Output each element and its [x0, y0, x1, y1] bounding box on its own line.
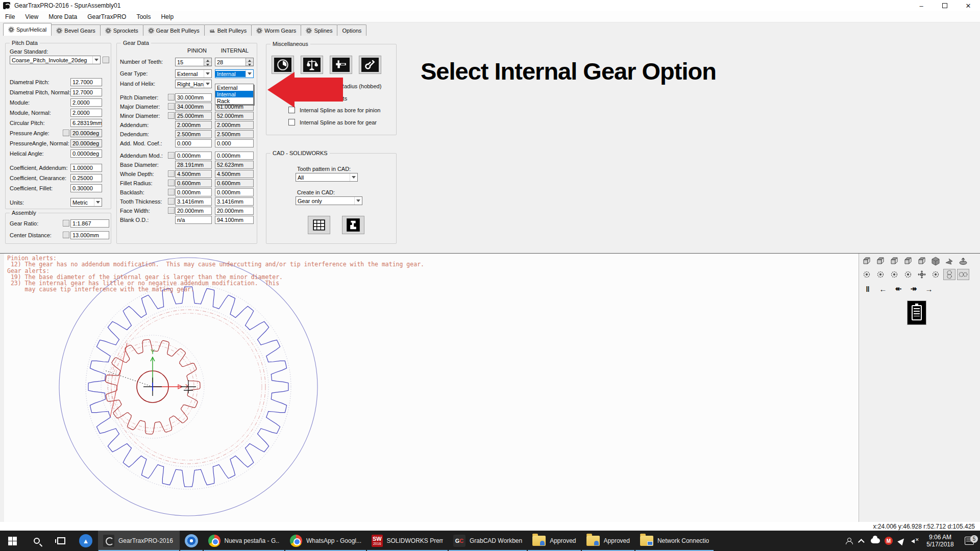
- field-module[interactable]: 2.0000: [70, 98, 102, 107]
- dropdown-option-internal[interactable]: Internal: [215, 91, 253, 97]
- spinner-buttons[interactable]: [246, 58, 253, 66]
- internal-field-face-width[interactable]: 20.000mm: [215, 207, 254, 215]
- spin-up-icon[interactable]: [204, 58, 211, 62]
- gear-measure-button[interactable]: [272, 56, 294, 74]
- field-diametral-pitch[interactable]: 12.7000: [70, 78, 102, 86]
- minimize-button[interactable]: –: [910, 0, 933, 11]
- gear-height-button[interactable]: [888, 269, 900, 280]
- tray-onedrive-cloud-button[interactable]: [869, 538, 882, 543]
- maximize-button[interactable]: [933, 0, 957, 11]
- view-cube-back-button[interactable]: [916, 256, 928, 267]
- dropdown-option-rack[interactable]: Rack: [215, 97, 253, 104]
- pinion-field-minor-diameter[interactable]: 25.000mm: [175, 112, 212, 120]
- internal-gear-type-combo[interactable]: Internal: [215, 69, 254, 78]
- gear-standard-options-button[interactable]: [103, 57, 109, 63]
- action-center-button[interactable]: 5: [959, 537, 980, 545]
- pinion-field-addendum-mod[interactable]: 0.000mm: [175, 152, 212, 160]
- option-button-tooth-thickness[interactable]: [168, 198, 175, 205]
- pinion-field-pitch-diameter[interactable]: 30.000mm: [175, 93, 212, 102]
- dropdown-option-external[interactable]: External: [215, 84, 253, 91]
- view-cube-solid-button[interactable]: [929, 256, 942, 267]
- field-pressureangle-normal[interactable]: 20.000deg: [70, 139, 102, 147]
- option-button-gear-ratio[interactable]: [63, 220, 69, 227]
- internal-field-addendum-mod[interactable]: 0.000mm: [215, 152, 254, 160]
- option-button-pitch-diameter[interactable]: [168, 94, 175, 101]
- internal-field-backlash[interactable]: 0.000mm: [215, 188, 254, 196]
- option-button-fillet-radius[interactable]: [168, 180, 175, 186]
- tray-people-button[interactable]: [842, 538, 855, 544]
- tray-chevron-up-button[interactable]: [855, 539, 869, 543]
- pinion-field-addendum[interactable]: 2.000mm: [175, 121, 212, 129]
- cloud-backup-button[interactable]: ▲: [74, 531, 98, 551]
- view-bird-button[interactable]: [943, 256, 955, 267]
- gear-pair-button[interactable]: [957, 269, 969, 280]
- spinner-buttons[interactable]: [204, 58, 211, 66]
- spin-down-icon[interactable]: [246, 62, 253, 66]
- pan-button[interactable]: [916, 269, 928, 280]
- pinion-field-fillet-radius[interactable]: 0.600mm: [175, 179, 212, 187]
- two-gears-button[interactable]: [943, 269, 955, 280]
- option-button-center-distance[interactable]: [63, 232, 69, 238]
- menu-geartraxpro[interactable]: GearTraxPRO: [82, 11, 131, 22]
- gear-rotate-button[interactable]: [902, 269, 914, 280]
- option-button-addendum-mod[interactable]: [168, 152, 175, 159]
- checkbox-full-fillet-radius-hobbed[interactable]: [305, 83, 311, 89]
- option-button-whole-depth[interactable]: [168, 170, 175, 177]
- step-back-button[interactable]: ←: [877, 284, 889, 293]
- taskbar-app-approved[interactable]: Approved: [527, 531, 581, 551]
- internal-field-base-diameter[interactable]: 52.623mm: [215, 161, 254, 169]
- taskbar-app-approved[interactable]: Approved: [581, 531, 635, 551]
- pinion-field-backlash[interactable]: 0.000mm: [175, 188, 212, 196]
- field-module-normal[interactable]: 2.0000: [70, 109, 102, 117]
- pinion-gear-type-combo[interactable]: External: [175, 69, 212, 78]
- pause-button[interactable]: ‖: [862, 284, 873, 293]
- taskbar-search-button[interactable]: [24, 531, 49, 551]
- taskbar-app-whatsapp-googl[interactable]: WhatsApp - Googl...: [285, 531, 366, 551]
- taskbar-app-grabcad-workben[interactable]: GCGrabCAD Workben: [448, 531, 527, 551]
- design-table-button[interactable]: [308, 216, 330, 234]
- gear-drawing-area[interactable]: YX Pinion alerts: 12) The gear has no ad…: [4, 254, 859, 522]
- view-top-button[interactable]: [957, 256, 969, 267]
- tray-paper-plane-button[interactable]: [895, 538, 909, 544]
- solidworks-create-button[interactable]: [342, 216, 364, 234]
- option-button-major-diameter[interactable]: [168, 103, 175, 110]
- spin-up-icon[interactable]: [246, 58, 253, 62]
- fast-back-button[interactable]: ↞: [893, 284, 904, 293]
- pinion-field-face-width[interactable]: 20.000mm: [175, 207, 212, 215]
- spin-gear-button[interactable]: [929, 269, 942, 280]
- pinion-number-of-teeth-spinner[interactable]: 15: [175, 58, 212, 66]
- tab-options[interactable]: Options: [337, 24, 366, 36]
- field-coefficient-clearance[interactable]: 0.25000: [70, 174, 102, 182]
- option-button-face-width[interactable]: [168, 207, 175, 214]
- menu-help[interactable]: Help: [156, 11, 179, 22]
- start-button[interactable]: [0, 531, 24, 551]
- option-button-minor-diameter[interactable]: [168, 112, 175, 119]
- zoom-area-button[interactable]: [874, 269, 887, 280]
- hook-wrench-button[interactable]: [359, 56, 381, 74]
- view-cube-right-button[interactable]: [902, 256, 914, 267]
- field-center-distance[interactable]: 13.000mm: [70, 231, 109, 239]
- field-gear-ratio[interactable]: 1:1.867: [70, 219, 109, 228]
- tab-belt-pulleys[interactable]: Belt Pulleys: [204, 24, 252, 36]
- checkbox-joined-parts[interactable]: [305, 95, 311, 102]
- tray-gmail-m-button[interactable]: M: [882, 537, 895, 545]
- checkbox-internal-spline-as-bore-for-gear[interactable]: [288, 119, 295, 126]
- taskbar-app-nueva-pesta-a-g[interactable]: Nueva pestaña - G...: [203, 531, 285, 551]
- fast-forward-button[interactable]: ↠: [908, 284, 919, 293]
- field-pressure-angle[interactable]: 20.000deg: [70, 129, 102, 137]
- menu-tools[interactable]: Tools: [131, 11, 156, 22]
- tab-worm-gears[interactable]: Worm Gears: [251, 24, 301, 36]
- pinion-field-base-diameter[interactable]: 28.191mm: [175, 161, 212, 169]
- task-view-button[interactable]: [49, 531, 74, 551]
- pinion-field-blank-o-d[interactable]: n/a: [175, 216, 212, 224]
- view-cube-front-button[interactable]: [874, 256, 887, 267]
- zoom-fit-gear-button[interactable]: [861, 269, 873, 280]
- view-iso-cube-button[interactable]: [861, 256, 873, 267]
- step-forward-button[interactable]: →: [923, 284, 935, 293]
- report-clipboard-button[interactable]: [907, 300, 926, 325]
- internal-field-whole-depth[interactable]: 4.500mm: [215, 170, 254, 178]
- internal-number-of-teeth-spinner[interactable]: 28: [215, 58, 254, 66]
- balance-scale-button[interactable]: [301, 56, 323, 74]
- pinion-field-add-mod-coef[interactable]: 0.000: [175, 139, 212, 147]
- tab-splines[interactable]: Splines: [301, 24, 337, 36]
